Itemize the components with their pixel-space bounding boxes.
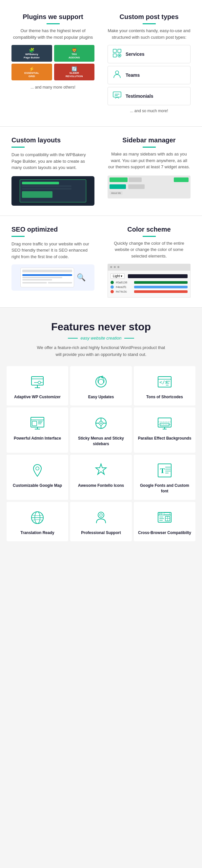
- plugins-desc: Our theme has the highest level of compa…: [11, 28, 95, 40]
- services-label: Services: [126, 52, 145, 57]
- feature-fonts: T Google Fonts and Custom font: [134, 455, 196, 500]
- testimonials-label: Testimonials: [126, 93, 154, 99]
- mid-section: Custom layouts Due to compatibility with…: [0, 127, 202, 216]
- custom-layouts-title: Custom layouts: [11, 136, 95, 144]
- customizer-icon: [30, 374, 45, 391]
- map-icon: [30, 463, 45, 479]
- feature-shortcodes: </> Tons of Shortcodes: [134, 366, 196, 406]
- custom-post-col: Custom post types Make your contents han…: [103, 10, 196, 117]
- plugin-badge-wpbakery: 🧩 WPBakeryPage Builder: [11, 45, 52, 62]
- svg-text:</>: </>: [159, 379, 168, 385]
- color-scheme-title: Color scheme: [107, 226, 191, 233]
- feature-label-updates: Easy Updates: [88, 394, 114, 400]
- custom-layouts-desc: Due to compatibility with the WPBakery P…: [11, 152, 95, 171]
- plugins-col: Plugins we support Our theme has the hig…: [6, 10, 99, 117]
- svg-point-39: [100, 423, 102, 424]
- custom-layouts-image: [11, 176, 95, 206]
- seo-color-section: SEO optimized Drag more traffic to your …: [0, 216, 202, 308]
- custom-post-title: Custom post types: [107, 13, 191, 21]
- svg-point-58: [100, 514, 102, 516]
- plugins-title: Plugins we support: [11, 13, 95, 21]
- plugin-badge-trx: 🦁 TRXADDONS: [54, 45, 95, 62]
- teams-icon: [112, 69, 122, 81]
- feature-label-fontello: Awesome Fontello Icons: [78, 483, 124, 489]
- feature-label-admin: Powerful Admin Interface: [14, 436, 61, 441]
- top-section: Plugins we support Our theme has the hig…: [0, 0, 202, 126]
- svg-point-6: [115, 71, 119, 74]
- browser-icon: [157, 510, 172, 527]
- svg-rect-63: [164, 513, 170, 515]
- plugin-badge-essential: ⚡ ESSENTIALGRID: [11, 64, 52, 81]
- cs-row-2: #4ea2f1: [110, 285, 188, 289]
- sidebar-manager-col: Sidebar manager Make as many sidebars wi…: [103, 133, 196, 209]
- svg-point-57: [98, 512, 104, 518]
- sidebar-manager-image: About Me: [107, 176, 191, 198]
- features-desc: We offer a feature-rich and highly funct…: [35, 344, 167, 358]
- feature-support: Professional Support: [70, 502, 132, 541]
- translation-icon: [30, 510, 45, 527]
- shortcodes-icon: </>: [157, 374, 172, 391]
- custom-post-desc: Make your contents handy, easy-to-use an…: [107, 28, 191, 40]
- feature-label-parallax: Parallax Effect Backgrounds: [138, 436, 192, 441]
- post-types-and-more: ... and so much more!: [107, 108, 191, 113]
- svg-text:T: T: [160, 466, 165, 475]
- svg-rect-27: [32, 421, 37, 426]
- svg-point-46: [36, 467, 39, 470]
- svg-rect-7: [113, 92, 121, 97]
- seo-title: SEO optimized: [11, 226, 95, 233]
- post-type-services: Services: [107, 45, 191, 63]
- cs-row-3: #e74c3c: [110, 290, 188, 293]
- post-type-teams: Teams: [107, 66, 191, 84]
- features-title: Features never stop: [6, 321, 196, 333]
- feature-label-fonts: Google Fonts and Custom font: [138, 483, 192, 494]
- color-swatches: Light ▾ #0a8138 #4ea2f1: [107, 264, 191, 298]
- admin-icon: [30, 415, 45, 432]
- custom-layouts-col: Custom layouts Due to compatibility with…: [6, 133, 99, 209]
- sidebar-manager-title: Sidebar manager: [107, 136, 191, 144]
- feature-fontello: Awesome Fontello Icons: [70, 455, 132, 500]
- feature-sticky: Sticky Menus and Sticky sidebars: [70, 407, 132, 453]
- feature-label-shortcodes: Tons of Shortcodes: [146, 394, 183, 400]
- parallax-icon: [157, 415, 172, 432]
- plugins-grid: 🧩 WPBakeryPage Builder 🦁 TRXADDONS ⚡ ESS…: [11, 45, 95, 81]
- fontello-icon: [93, 463, 109, 479]
- search-icon: 🔍: [77, 273, 86, 282]
- cs-row-1: #0a8138: [110, 281, 188, 284]
- support-icon: [93, 510, 109, 527]
- color-scheme-col: Color scheme Quickly change the color of…: [103, 222, 196, 301]
- color-scheme-desc: Quickly change the color of the entire w…: [107, 240, 191, 259]
- sidebar-manager-desc: Make as many sidebars with ads as you wa…: [107, 151, 191, 170]
- svg-point-14: [38, 381, 41, 384]
- feature-label-sticky: Sticky Menus and Sticky sidebars: [74, 436, 128, 447]
- teams-label: Teams: [126, 72, 140, 78]
- svg-rect-10: [32, 377, 43, 385]
- feature-admin: Powerful Admin Interface: [6, 407, 68, 453]
- feature-label-browser: Cross-Browser Compatibilty: [138, 530, 191, 536]
- features-grid: Adaptive WP Customizer Easy Updates: [6, 366, 196, 541]
- seo-image: 🔍: [11, 265, 95, 291]
- svg-rect-1: [118, 49, 121, 53]
- fonts-icon: T: [157, 463, 172, 479]
- feature-easy-updates: Easy Updates: [70, 366, 132, 406]
- plugin-badge-slider: 🔄 SLIDERREVOLUTION: [54, 64, 95, 81]
- sticky-icon: [93, 415, 109, 432]
- page-wrapper: Plugins we support Our theme has the hig…: [0, 0, 202, 548]
- svg-rect-0: [113, 49, 116, 53]
- svg-point-62: [161, 513, 162, 515]
- seo-desc: Drag more traffic to your website with o…: [11, 241, 95, 260]
- testimonials-icon: [112, 91, 122, 102]
- feature-adaptive-wp: Adaptive WP Customizer: [6, 366, 68, 406]
- svg-point-18: [98, 379, 104, 384]
- feature-google-map: Customizable Google Map: [6, 455, 68, 500]
- post-type-testimonials: Testimonials: [107, 87, 191, 105]
- cs-select[interactable]: Light ▾: [110, 273, 125, 279]
- plugins-and-more: ... and many more others!: [11, 85, 95, 90]
- svg-point-17: [96, 377, 106, 387]
- feature-browser: Cross-Browser Compatibilty: [134, 502, 196, 541]
- svg-marker-47: [96, 464, 106, 474]
- svg-point-61: [159, 513, 160, 515]
- services-icon: [112, 49, 122, 60]
- svg-rect-2: [113, 54, 116, 57]
- seo-col: SEO optimized Drag more traffic to your …: [6, 222, 99, 301]
- feature-label-translation: Translation Ready: [20, 530, 54, 536]
